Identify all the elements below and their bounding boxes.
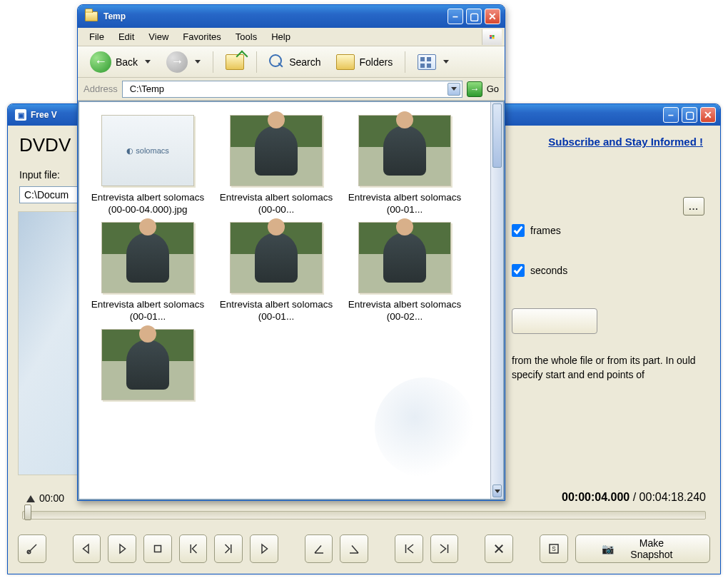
player-toolbar: S 📷 Make Snapshot bbox=[18, 532, 710, 565]
scrollbar-thumb[interactable] bbox=[492, 103, 502, 168]
svg-rect-7 bbox=[492, 37, 495, 39]
thumbnail-image bbox=[230, 115, 323, 186]
forward-icon: → bbox=[166, 51, 188, 73]
folder-up-icon bbox=[226, 54, 244, 70]
file-thumbnail[interactable] bbox=[86, 329, 209, 400]
make-snapshot-button[interactable]: 📷 Make Snapshot bbox=[575, 534, 710, 563]
file-thumbnail[interactable]: ◐ solomacsEntrevista albert solomacs (00… bbox=[86, 115, 209, 216]
timeline-thumb[interactable] bbox=[24, 505, 31, 520]
camera-icon: 📷 bbox=[602, 543, 614, 554]
vertical-scrollbar[interactable] bbox=[490, 102, 503, 499]
up-button[interactable] bbox=[219, 50, 251, 74]
explorer-window: Temp – ▢ ✕ File Edit View Favorites Tool… bbox=[77, 4, 505, 501]
timeline-slider[interactable] bbox=[22, 511, 706, 519]
thumbnail-image bbox=[230, 222, 323, 293]
file-thumbnail[interactable]: Entrevista albert solomacs (00-00... bbox=[215, 115, 338, 216]
menu-favorites[interactable]: Favorites bbox=[176, 29, 228, 44]
menu-file[interactable]: File bbox=[82, 29, 111, 44]
stop-button[interactable] bbox=[143, 534, 172, 563]
menu-view[interactable]: View bbox=[141, 29, 176, 44]
search-icon bbox=[269, 54, 285, 70]
chevron-down-icon[interactable] bbox=[145, 60, 151, 64]
svg-text:S: S bbox=[552, 546, 556, 552]
svg-rect-6 bbox=[490, 37, 492, 39]
chevron-down-icon[interactable] bbox=[195, 60, 201, 64]
explorer-title: Temp bbox=[103, 11, 445, 21]
address-field[interactable]: C:\Temp bbox=[122, 81, 462, 98]
rewind-button[interactable] bbox=[73, 534, 101, 563]
go-end-button[interactable] bbox=[430, 534, 459, 563]
svg-rect-5 bbox=[492, 35, 495, 36]
thumbnail-caption: Entrevista albert solomacs (00-01... bbox=[219, 299, 333, 323]
go-label: Go bbox=[487, 83, 499, 94]
app-maximize-button[interactable]: ▢ bbox=[682, 107, 697, 123]
go-button[interactable]: → bbox=[467, 81, 482, 97]
thumbnail-caption: Entrevista albert solomacs (00-00... bbox=[219, 192, 333, 216]
svg-rect-4 bbox=[490, 35, 492, 36]
frames-checkbox[interactable] bbox=[512, 224, 525, 237]
forward-nav-button[interactable]: → bbox=[160, 50, 207, 74]
mark-start-button[interactable] bbox=[305, 534, 333, 563]
address-value: C:\Temp bbox=[130, 83, 164, 94]
back-label: Back bbox=[116, 56, 138, 68]
thumbnail-image bbox=[101, 222, 194, 293]
folders-button[interactable]: Folders bbox=[330, 50, 399, 74]
delete-button[interactable] bbox=[485, 534, 513, 563]
explorer-minimize-button[interactable]: – bbox=[448, 9, 463, 24]
thumbnail-image bbox=[101, 329, 194, 400]
mark-end-button[interactable] bbox=[340, 534, 368, 563]
address-label: Address bbox=[84, 83, 118, 94]
menu-tools[interactable]: Tools bbox=[228, 29, 264, 44]
back-icon: ← bbox=[90, 51, 111, 73]
action-button[interactable] bbox=[512, 308, 597, 334]
folders-label: Folders bbox=[359, 56, 393, 68]
file-thumbnail[interactable]: Entrevista albert solomacs (00-01... bbox=[86, 222, 209, 323]
address-dropdown[interactable] bbox=[448, 83, 460, 96]
subscribe-link[interactable]: Subscribe and Stay Informed ! bbox=[548, 136, 703, 148]
explorer-titlebar[interactable]: Temp – ▢ ✕ bbox=[78, 5, 505, 28]
thumbnail-image: ◐ solomacs bbox=[101, 115, 194, 186]
search-button[interactable]: Search bbox=[263, 50, 327, 74]
svg-rect-1 bbox=[154, 546, 161, 552]
time-start: 00:00 bbox=[26, 492, 64, 504]
menu-help[interactable]: Help bbox=[264, 29, 298, 44]
prev-frame-button[interactable] bbox=[179, 534, 208, 563]
make-snapshot-label: Make Snapshot bbox=[620, 537, 684, 560]
settings-button[interactable] bbox=[18, 534, 46, 563]
hint-text: from the whole file or from its part. In… bbox=[512, 354, 704, 382]
app-close-button[interactable]: ✕ bbox=[700, 107, 716, 123]
thumbnail-caption: Entrevista albert solomacs (00-01... bbox=[348, 192, 462, 216]
file-thumbnail[interactable]: Entrevista albert solomacs (00-02... bbox=[343, 222, 466, 323]
seconds-checkbox[interactable] bbox=[512, 264, 525, 277]
app-minimize-button[interactable]: – bbox=[663, 107, 679, 123]
seconds-label: seconds bbox=[530, 265, 567, 276]
browse-button[interactable]: ... bbox=[683, 197, 704, 216]
back-button[interactable]: ← Back bbox=[84, 50, 157, 74]
watermark-icon bbox=[375, 377, 475, 477]
scroll-down-button[interactable] bbox=[492, 485, 502, 497]
time-readout: 00:00:04.000 / 00:04:18.240 bbox=[562, 491, 706, 504]
explorer-content[interactable]: ◐ solomacsEntrevista albert solomacs (00… bbox=[78, 101, 505, 500]
explorer-close-button[interactable]: ✕ bbox=[485, 9, 500, 24]
time-total: 00:04:18.240 bbox=[639, 491, 706, 503]
next-frame-button[interactable] bbox=[214, 534, 243, 563]
time-current: 00:00:04.000 bbox=[562, 491, 630, 503]
views-button[interactable] bbox=[411, 50, 455, 74]
explorer-menubar: File Edit View Favorites Tools Help bbox=[78, 28, 505, 46]
forward-button[interactable] bbox=[250, 534, 278, 563]
explorer-toolbar: ← Back → Search Folders bbox=[78, 46, 505, 78]
play-button[interactable] bbox=[108, 534, 136, 563]
file-thumbnail[interactable]: Entrevista albert solomacs (00-01... bbox=[215, 222, 338, 323]
go-start-button[interactable] bbox=[395, 534, 423, 563]
file-thumbnail[interactable]: Entrevista albert solomacs (00-01... bbox=[343, 115, 466, 216]
thumbnail-caption: Entrevista albert solomacs (00-00-04.000… bbox=[91, 192, 205, 216]
chevron-down-icon[interactable] bbox=[443, 60, 449, 64]
capture-button[interactable]: S bbox=[540, 534, 568, 563]
explorer-maximize-button[interactable]: ▢ bbox=[466, 9, 482, 24]
thumbnail-image bbox=[358, 115, 451, 186]
input-file-label: Input file: bbox=[19, 169, 60, 181]
thumbnail-caption: Entrevista albert solomacs (00-01... bbox=[91, 299, 205, 323]
app-icon: ▣ bbox=[15, 109, 26, 121]
menu-edit[interactable]: Edit bbox=[111, 29, 141, 44]
search-label: Search bbox=[289, 56, 320, 68]
